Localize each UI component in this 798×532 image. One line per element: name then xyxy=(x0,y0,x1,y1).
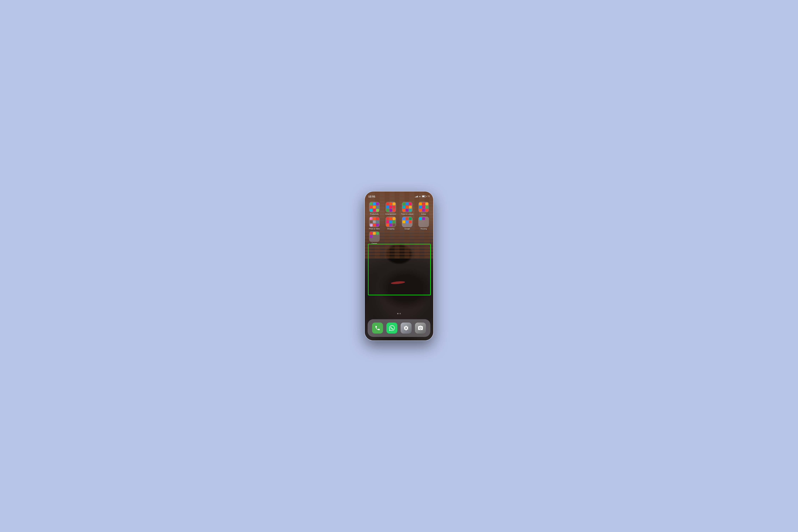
folder-app xyxy=(422,221,425,223)
folder-app xyxy=(376,206,379,209)
folder-app xyxy=(419,206,422,209)
folder-app xyxy=(406,221,408,223)
folder-app xyxy=(376,224,379,226)
folder-app xyxy=(373,224,376,226)
folder-app xyxy=(402,209,405,212)
folder-entertainment-label: Entertainment xyxy=(385,213,396,215)
folder-app xyxy=(425,224,428,226)
folder-entertainment[interactable]: Entertainment xyxy=(384,202,397,215)
folder-app xyxy=(373,203,376,205)
camera-icon xyxy=(418,325,423,331)
folder-app xyxy=(393,203,396,205)
folder-productivity-icon xyxy=(369,202,380,212)
folder-shopping-icon xyxy=(385,216,396,227)
app-row-3: Games xyxy=(368,231,430,245)
folder-app xyxy=(425,203,428,205)
folder-app xyxy=(393,206,396,209)
folder-extras[interactable]: Extras xyxy=(417,202,430,215)
app-row-2: Photo & Video Shopping xyxy=(368,216,430,230)
folder-google-label: Google xyxy=(404,228,410,230)
battery-icon xyxy=(422,195,427,197)
folder-app xyxy=(370,221,373,223)
folder-app xyxy=(409,221,412,223)
folder-app xyxy=(425,206,428,209)
folder-app xyxy=(393,221,396,223)
folder-google[interactable]: Google xyxy=(401,216,414,230)
folder-housing[interactable]: Housing xyxy=(417,216,430,230)
folder-travel[interactable]: Travel & Leisure xyxy=(401,202,414,215)
folder-app xyxy=(390,224,392,226)
folder-app xyxy=(373,232,376,235)
folder-app xyxy=(376,209,379,212)
folder-app xyxy=(390,221,392,223)
folder-app xyxy=(390,206,392,209)
folder-app xyxy=(370,217,373,220)
folder-app xyxy=(409,217,412,220)
folder-photo-video[interactable]: Photo & Video xyxy=(368,216,381,230)
folder-games-label: Games xyxy=(372,243,377,245)
folder-app xyxy=(370,224,373,226)
whatsapp-icon xyxy=(389,325,395,331)
page-dot-inactive xyxy=(400,313,401,314)
folder-app xyxy=(370,238,373,241)
folder-app xyxy=(373,238,376,241)
dock-app-camera[interactable] xyxy=(415,323,426,334)
folder-app xyxy=(386,206,389,209)
signal-bar-1 xyxy=(415,197,416,197)
folder-app xyxy=(406,203,408,205)
signal-bar-3 xyxy=(417,196,417,197)
folder-app xyxy=(373,206,376,209)
page-dots xyxy=(365,313,433,314)
dock xyxy=(367,319,431,337)
settings-icon xyxy=(403,325,409,331)
dock-app-whatsapp[interactable] xyxy=(386,323,397,334)
folder-app xyxy=(409,203,412,205)
dock-app-phone[interactable] xyxy=(372,323,383,334)
folder-app xyxy=(406,209,408,212)
dock-app-settings[interactable] xyxy=(401,323,412,334)
folder-app xyxy=(422,203,425,205)
folder-photo-video-label: Photo & Video xyxy=(369,228,380,230)
folder-app xyxy=(419,221,422,223)
folder-app xyxy=(422,217,425,220)
folder-app xyxy=(409,209,412,212)
folder-app xyxy=(425,209,428,212)
folder-app xyxy=(419,209,422,212)
folder-app xyxy=(393,217,396,220)
folder-housing-label: Housing xyxy=(420,228,427,230)
folder-app xyxy=(422,206,425,209)
folder-housing-icon xyxy=(418,216,429,227)
status-bar: 12:51 ▲ 73 xyxy=(365,191,433,199)
folder-games[interactable]: Games xyxy=(368,231,381,245)
page-dot-active xyxy=(397,313,398,314)
folder-extras-label: Extras xyxy=(421,213,426,215)
folder-productivity[interactable]: Productivity xyxy=(368,202,381,215)
folder-app xyxy=(376,203,379,205)
wifi-icon: ▲ xyxy=(419,195,421,197)
folder-games-icon xyxy=(369,231,380,242)
app-grid: Productivity Entertainment xyxy=(365,202,433,246)
folder-extras-icon xyxy=(418,202,429,212)
folder-app xyxy=(376,238,379,241)
battery-body xyxy=(422,195,426,197)
folder-app xyxy=(406,217,408,220)
folder-app xyxy=(393,224,396,226)
folder-shopping[interactable]: Shopping xyxy=(384,216,397,230)
folder-app xyxy=(370,206,373,209)
folder-app xyxy=(386,203,389,205)
folder-app xyxy=(386,209,389,212)
folder-app xyxy=(370,203,373,205)
folder-app xyxy=(425,217,428,220)
folder-app xyxy=(370,209,373,212)
folder-photo-video-icon xyxy=(369,216,380,227)
folder-app xyxy=(402,206,405,209)
folder-app xyxy=(370,232,373,235)
folder-app xyxy=(419,203,422,205)
folder-app xyxy=(422,209,425,212)
folder-app xyxy=(386,217,389,220)
status-icons: ▲ 73 xyxy=(415,195,430,197)
battery-tip xyxy=(426,196,427,197)
app-row-1: Productivity Entertainment xyxy=(368,202,430,215)
folder-productivity-label: Productivity xyxy=(370,213,379,215)
folder-app xyxy=(373,217,376,220)
